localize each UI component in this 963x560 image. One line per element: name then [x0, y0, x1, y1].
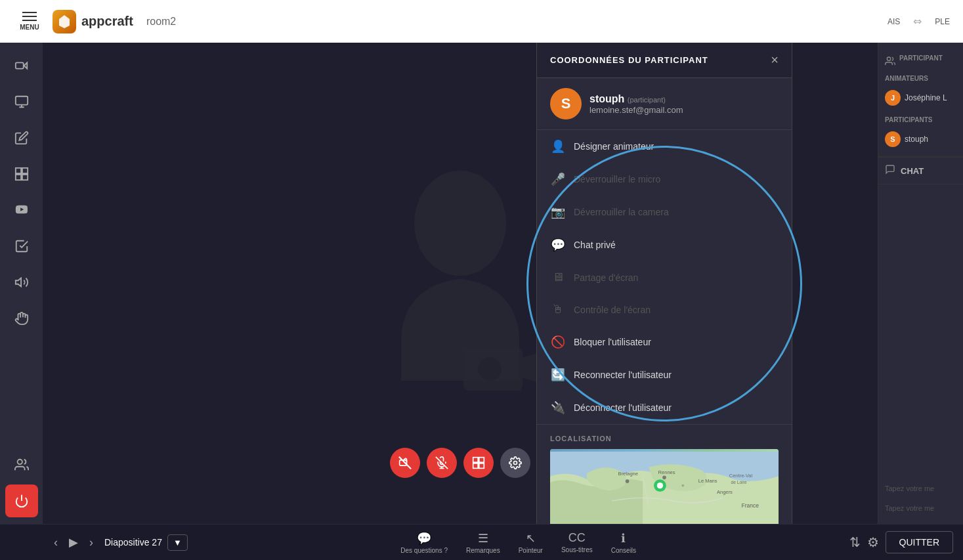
sidebar-pencil-icon[interactable] — [5, 121, 38, 154]
left-sidebar — [0, 43, 43, 524]
block-user-icon: 🚫 — [550, 335, 566, 349]
slide-info: Diapositive 27 ▼ — [104, 534, 188, 551]
menu-button[interactable]: MENU — [13, 0, 46, 43]
disconnect-user-icon: 🔌 — [550, 400, 566, 415]
remarks-tool[interactable]: ☰ Remarques — [461, 528, 505, 557]
svg-rect-1 — [15, 62, 23, 68]
chat-icon — [885, 164, 895, 177]
svg-point-35 — [887, 57, 890, 60]
participant-panel-title: PARTICIPANT — [899, 54, 943, 62]
chat-messages — [885, 191, 956, 478]
participant-name: stouph — [589, 93, 624, 104]
settings-bottom-button[interactable]: ⚙ — [867, 534, 879, 550]
unlock-micro-label: Déverrouiller le micro — [574, 174, 660, 184]
private-chat-menu-item[interactable]: 💬 Chat privé — [537, 228, 792, 261]
logo-text: appcraft — [81, 14, 133, 29]
unlock-micro-menu-item: 🎤 Déverrouiller le micro — [537, 163, 792, 196]
participant-name-row: stouph (participant) — [589, 93, 683, 105]
bb-left: ‹ ▶ › Diapositive 27 ▼ — [0, 532, 188, 552]
stop-share-button[interactable] — [463, 448, 494, 478]
tips-tool-label: Conseils — [611, 547, 636, 554]
settings-button[interactable] — [500, 448, 530, 478]
logo-icon — [53, 10, 76, 33]
subtitles-tool[interactable]: CC Sous-titres — [556, 528, 598, 556]
map-container: Bretagne Rennes Le Mans Angers Centre-Va… — [550, 449, 779, 524]
modal-close-button[interactable]: × — [771, 53, 779, 68]
questions-tool[interactable]: 💬 Des questions ? — [395, 528, 453, 557]
svg-text:Angers: Angers — [717, 489, 733, 495]
modal-title: COORDONNÉES DU PARTICIPANT — [550, 55, 708, 65]
animator-item[interactable]: J Joséphine L — [885, 87, 956, 108]
disconnect-user-menu-item[interactable]: 🔌 Déconnecter l'utilisateur — [537, 391, 792, 424]
pointer-tool[interactable]: ↖ Pointeur — [513, 528, 548, 557]
participant-item-avatar: S — [885, 131, 901, 147]
animator-name: Joséphine L — [905, 93, 947, 102]
unlock-camera-menu-item: 📷 Déverrouiller la camera — [537, 196, 792, 228]
chat-input-hint1: Tapez votre me — [885, 478, 956, 498]
screen-control-menu-item: 🖱 Contrôle de l'écran — [537, 293, 792, 326]
unlock-camera-label: Déverrouiller la camera — [574, 207, 669, 217]
svg-rect-18 — [479, 458, 484, 463]
sidebar-video-icon[interactable] — [5, 49, 38, 82]
svg-rect-3 — [15, 97, 27, 105]
play-button[interactable]: ▶ — [69, 535, 78, 549]
subtitles-tool-label: Sous-titres — [561, 546, 593, 553]
top-right-btn-ple[interactable]: PLE — [935, 17, 950, 26]
unlock-camera-icon: 📷 — [550, 205, 566, 219]
chat-placeholder-1: Tapez votre me — [885, 485, 934, 492]
participant-item[interactable]: S stouph — [885, 129, 956, 150]
sidebar-youtube-icon[interactable] — [5, 194, 38, 226]
sidebar-touch-icon[interactable] — [5, 302, 38, 335]
screen-share-icon: 🖥 — [550, 270, 566, 284]
pointer-tool-icon: ↖ — [526, 531, 536, 546]
svg-marker-8 — [15, 278, 20, 287]
screen-share-menu-item: 🖥 Partage d'écran — [537, 261, 792, 293]
bb-right: ⇅ ⚙ QUITTER — [849, 531, 963, 553]
subtitles-tool-icon: CC — [568, 531, 586, 545]
stop-video-button[interactable] — [390, 448, 420, 478]
sidebar-layout-icon[interactable] — [5, 158, 38, 190]
sidebar-people-icon[interactable] — [5, 448, 38, 481]
participant-avatar: S — [550, 88, 582, 119]
svg-point-34 — [657, 483, 663, 488]
block-user-menu-item[interactable]: 🚫 Bloquer l'utilisateur — [537, 326, 792, 358]
adjust-button[interactable]: ⇅ — [849, 534, 861, 550]
screen-control-label: Contrôle de l'écran — [574, 305, 651, 315]
prev-slide-button[interactable]: ‹ — [46, 532, 66, 552]
designate-animator-icon: 👤 — [550, 139, 566, 154]
pointer-tool-label: Pointeur — [519, 547, 543, 554]
svg-rect-7 — [22, 175, 27, 180]
svg-text:Rennes: Rennes — [658, 469, 675, 475]
sidebar-screen-icon[interactable] — [5, 85, 38, 118]
chat-placeholder-2: Tapez votre me — [885, 504, 934, 512]
reconnect-user-menu-item[interactable]: 🔄 Reconnecter l'utilisateur — [537, 358, 792, 391]
participant-tag: (participant) — [628, 96, 666, 104]
sidebar-power-icon[interactable] — [5, 485, 38, 517]
designate-animator-menu-item[interactable]: 👤 Désigner animateur — [537, 130, 792, 163]
participants-header: PARTICIPANT — [885, 49, 956, 75]
svg-rect-20 — [479, 463, 484, 469]
participant-email: lemoine.stef@gmail.com — [589, 105, 683, 115]
questions-tool-icon: 💬 — [417, 531, 431, 546]
floating-controls — [390, 448, 530, 478]
chat-section[interactable]: CHAT — [878, 157, 963, 184]
tips-tool[interactable]: ℹ Conseils — [606, 528, 641, 557]
modal-header: COORDONNÉES DU PARTICIPANT × — [537, 43, 792, 78]
bb-center: 💬 Des questions ? ☰ Remarques ↖ Pointeur… — [188, 528, 849, 557]
participant-info: S stouph (participant) lemoine.stef@gmai… — [537, 78, 792, 130]
svg-rect-6 — [15, 175, 20, 180]
sidebar-speaker-icon[interactable] — [5, 266, 38, 299]
svg-point-21 — [514, 462, 517, 465]
screen-control-icon: 🖱 — [550, 303, 566, 316]
mute-mic-button[interactable] — [427, 448, 457, 478]
sidebar-tasks-icon[interactable] — [5, 230, 38, 263]
block-user-label: Bloquer l'utilisateur — [574, 337, 651, 347]
svg-point-14 — [478, 357, 502, 381]
slide-dropdown[interactable]: ▼ — [167, 534, 188, 551]
top-right-btn-ais[interactable]: AIS — [888, 17, 900, 26]
screen-share-label: Partage d'écran — [574, 272, 638, 283]
quit-button[interactable]: QUITTER — [886, 531, 953, 553]
participant-details: stouph (participant) lemoine.stef@gmail.… — [589, 93, 683, 115]
next-slide-button[interactable]: › — [81, 532, 101, 552]
questions-tool-label: Des questions ? — [400, 547, 448, 554]
